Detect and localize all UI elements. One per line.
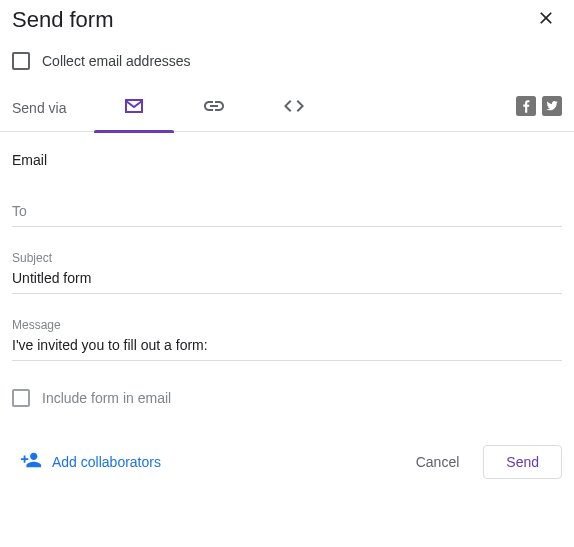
send-via-label: Send via	[12, 100, 66, 116]
social-share	[516, 96, 562, 120]
collect-email-checkbox[interactable]	[12, 52, 30, 70]
link-icon	[202, 94, 226, 122]
person-add-icon	[20, 449, 42, 474]
tab-link[interactable]	[174, 84, 254, 132]
send-form-dialog: Send form Collect email addresses Send v…	[0, 0, 574, 490]
facebook-icon	[516, 102, 536, 119]
tab-embed[interactable]	[254, 84, 334, 132]
include-form-checkbox[interactable]	[12, 389, 30, 407]
add-collaborators-label: Add collaborators	[52, 454, 161, 470]
to-placeholder: To	[12, 203, 27, 219]
include-form-label: Include form in email	[42, 390, 171, 406]
email-section: Email To Subject Untitled form Message I…	[12, 132, 562, 407]
collect-email-row: Collect email addresses	[12, 38, 562, 84]
dialog-header: Send form	[12, 0, 562, 38]
add-collaborators-button[interactable]: Add collaborators	[12, 443, 169, 480]
share-facebook-button[interactable]	[516, 96, 536, 120]
send-via-row: Send via	[0, 84, 574, 132]
close-icon	[536, 14, 556, 31]
send-button[interactable]: Send	[483, 445, 562, 479]
include-form-row: Include form in email	[12, 389, 562, 407]
dialog-title: Send form	[12, 7, 114, 33]
subject-label: Subject	[12, 251, 562, 265]
subject-value: Untitled form	[12, 270, 91, 286]
share-twitter-button[interactable]	[542, 96, 562, 120]
twitter-icon	[542, 102, 562, 119]
message-value: I've invited you to fill out a form:	[12, 337, 208, 353]
embed-icon	[282, 94, 306, 122]
tab-email[interactable]	[94, 84, 174, 132]
subject-field[interactable]: Subject Untitled form	[12, 251, 562, 294]
dialog-footer: Add collaborators Cancel Send	[12, 443, 562, 490]
message-field[interactable]: Message I've invited you to fill out a f…	[12, 318, 562, 361]
collect-email-label: Collect email addresses	[42, 53, 191, 69]
cancel-button[interactable]: Cancel	[400, 446, 476, 478]
to-field[interactable]: To	[12, 202, 562, 227]
close-button[interactable]	[530, 2, 562, 38]
mail-icon	[122, 94, 146, 122]
message-label: Message	[12, 318, 562, 332]
email-section-title: Email	[12, 152, 562, 168]
